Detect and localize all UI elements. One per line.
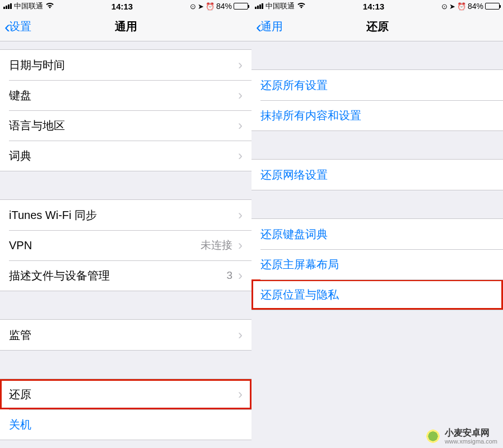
content: 还原所有设置 抹掉所有内容和设置 还原网络设置 还原键盘词典 还原主屏幕布局 还…	[252, 41, 503, 448]
row-vpn[interactable]: VPN 未连接 ›	[0, 230, 252, 260]
row-supervision[interactable]: 监管 ›	[0, 320, 252, 350]
chevron-right-icon: ›	[238, 57, 243, 73]
row-label: 抹掉所有内容和设置	[260, 108, 361, 123]
row-detail: 未连接	[201, 238, 236, 253]
location-icon: ➤	[198, 2, 204, 11]
status-time: 14:13	[363, 2, 384, 11]
row-label: 描述文件与设备管理	[9, 268, 110, 283]
row-label: 还原键盘词典	[260, 227, 328, 242]
back-button[interactable]: ‹ 通用	[256, 18, 283, 35]
row-itunes-wifi[interactable]: iTunes Wi-Fi 同步 ›	[0, 200, 252, 230]
battery-icon	[234, 3, 248, 10]
row-label: iTunes Wi-Fi 同步	[9, 208, 97, 223]
row-reset-home[interactable]: 还原主屏幕布局	[252, 249, 503, 279]
row-keyboard[interactable]: 键盘 ›	[0, 80, 252, 110]
watermark-url: www.xmsigma.com	[445, 438, 497, 445]
chevron-right-icon: ›	[238, 148, 243, 164]
page-title: 通用	[0, 19, 252, 34]
back-button[interactable]: ‹ 设置	[4, 18, 31, 35]
battery-icon	[485, 3, 500, 10]
status-bar: 中国联通 14:13 ⊙ ➤ ⏰ 84%	[252, 0, 503, 12]
row-label: VPN	[9, 239, 32, 252]
row-label: 还原所有设置	[260, 78, 328, 93]
page-title: 还原	[252, 19, 503, 34]
nav-bar: ‹ 通用 还原	[252, 12, 503, 41]
back-label: 设置	[9, 19, 31, 34]
row-label: 还原位置与隐私	[260, 287, 339, 302]
row-label: 还原	[9, 387, 31, 402]
carrier-label: 中国联通	[266, 1, 295, 11]
row-label: 日期与时间	[9, 58, 65, 73]
watermark-name: 小麦安卓网	[445, 428, 497, 438]
chevron-right-icon: ›	[238, 237, 243, 253]
row-label: 监管	[9, 328, 31, 343]
chevron-right-icon: ›	[238, 386, 243, 402]
chevron-right-icon: ›	[238, 268, 243, 283]
wifi-icon	[297, 2, 306, 11]
chevron-right-icon: ›	[238, 207, 243, 223]
row-dictionary[interactable]: 词典 ›	[0, 141, 252, 171]
watermark: 小麦安卓网 www.xmsigma.com	[425, 428, 497, 445]
row-label: 词典	[9, 148, 31, 164]
row-reset[interactable]: 还原 ›	[0, 379, 252, 409]
rotation-lock-icon: ⊙	[441, 2, 448, 11]
chevron-right-icon: ›	[238, 327, 243, 343]
alarm-icon: ⏰	[206, 2, 215, 11]
rotation-lock-icon: ⊙	[190, 2, 196, 11]
row-date-time[interactable]: 日期与时间 ›	[0, 50, 252, 80]
wifi-icon	[45, 2, 54, 11]
row-label: 还原主屏幕布局	[260, 257, 339, 272]
row-label: 语言与地区	[9, 118, 65, 133]
signal-icon	[255, 3, 263, 9]
status-time: 14:13	[111, 2, 133, 11]
carrier-label: 中国联通	[14, 1, 43, 11]
alarm-icon: ⏰	[457, 2, 466, 11]
location-icon: ➤	[449, 2, 455, 11]
row-label: 关机	[9, 417, 31, 432]
phone-left: 中国联通 14:13 ⊙ ➤ ⏰ 84% ‹ 设置 通用 日期与时间 ›	[0, 0, 252, 448]
row-reset-location-privacy[interactable]: 还原位置与隐私	[252, 279, 503, 310]
watermark-logo-icon	[425, 428, 441, 445]
battery-label: 84%	[216, 2, 232, 11]
row-reset-network[interactable]: 还原网络设置	[252, 160, 503, 190]
chevron-right-icon: ›	[238, 118, 243, 133]
status-bar: 中国联通 14:13 ⊙ ➤ ⏰ 84%	[0, 0, 252, 12]
row-reset-keyboard[interactable]: 还原键盘词典	[252, 219, 503, 249]
row-erase-all[interactable]: 抹掉所有内容和设置	[252, 100, 503, 130]
row-profiles[interactable]: 描述文件与设备管理 3 ›	[0, 260, 252, 291]
signal-icon	[3, 3, 12, 9]
chevron-right-icon: ›	[238, 87, 243, 103]
row-detail: 3	[226, 269, 236, 282]
phone-right: 中国联通 14:13 ⊙ ➤ ⏰ 84% ‹ 通用 还原 还原所有设置 抹掉所有	[252, 0, 503, 448]
back-label: 通用	[260, 19, 283, 34]
battery-label: 84%	[468, 2, 483, 11]
row-reset-all[interactable]: 还原所有设置	[252, 70, 503, 100]
content: 日期与时间 › 键盘 › 语言与地区 › 词典 › iTunes Wi-Fi 同…	[0, 41, 252, 448]
row-lang-region[interactable]: 语言与地区 ›	[0, 110, 252, 141]
row-shutdown[interactable]: 关机	[0, 409, 252, 440]
nav-bar: ‹ 设置 通用	[0, 12, 252, 41]
row-label: 键盘	[9, 88, 31, 103]
row-label: 还原网络设置	[260, 167, 328, 183]
